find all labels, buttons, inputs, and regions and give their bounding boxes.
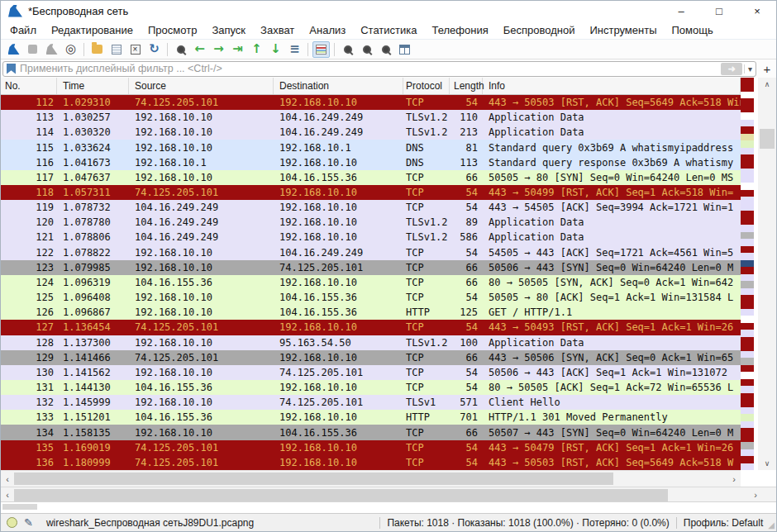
packet-row[interactable]: 1291.14146674.125.205.101192.168.10.10TC… — [1, 350, 741, 365]
minimap-stripe — [741, 456, 754, 463]
hscroll-thumb[interactable] — [14, 473, 613, 485]
packet-row[interactable]: 1241.096319104.16.155.36192.168.10.10TCP… — [1, 275, 741, 290]
vscroll-up-arrow[interactable]: ∧ — [758, 80, 776, 88]
maximize-button[interactable]: □ — [700, 1, 738, 21]
packet-row[interactable]: 1351.16901974.125.205.101192.168.10.10TC… — [1, 440, 741, 455]
packet-row[interactable]: 1251.096408192.168.10.10104.16.155.36TCP… — [1, 290, 741, 305]
packet-row[interactable]: 1151.033624192.168.10.10192.168.10.1DNS8… — [1, 140, 741, 154]
restart-capture-icon[interactable] — [43, 41, 60, 58]
packet-row[interactable]: 1301.141562192.168.10.1074.125.205.101TC… — [1, 365, 741, 380]
packet-row[interactable]: 1261.096867192.168.10.10104.16.155.36HTT… — [1, 305, 741, 320]
menu-item-2[interactable]: Просмотр — [141, 22, 204, 38]
cell-source: 104.16.155.36 — [129, 382, 274, 393]
packet-row[interactable]: 1231.079985192.168.10.1074.125.205.101TC… — [1, 260, 741, 275]
packet-row[interactable]: 1281.137300192.168.10.1095.163.54.50TLSv… — [1, 335, 741, 350]
packet-row[interactable]: 1331.151201104.16.155.36192.168.10.10HTT… — [1, 410, 741, 425]
zoom-reset-icon[interactable] — [377, 41, 394, 58]
next-packet-icon[interactable]: → — [210, 41, 227, 58]
cell-source: 74.125.205.101 — [129, 321, 274, 333]
hscroll-left-arrow[interactable]: ‹ — [1, 471, 14, 487]
vscroll-thumb[interactable] — [760, 129, 775, 149]
close-button[interactable]: × — [738, 1, 776, 21]
menu-item-6[interactable]: Статистика — [353, 22, 424, 38]
save-file-icon[interactable] — [107, 41, 125, 58]
stop-capture-icon[interactable] — [24, 41, 41, 58]
find-packet-icon[interactable] — [172, 41, 189, 58]
packet-row[interactable]: 1161.041673192.168.10.1192.168.10.10DNS1… — [1, 155, 741, 170]
bookmark-icon[interactable] — [7, 64, 16, 74]
packet-row[interactable]: 1321.145999192.168.10.1074.125.205.101TL… — [1, 395, 741, 410]
menu-item-8[interactable]: Беспроводной — [496, 22, 583, 38]
menu-item-5[interactable]: Анализ — [302, 22, 353, 38]
capture-comment-icon[interactable]: ✎ — [24, 516, 33, 529]
colorize-icon[interactable] — [312, 41, 330, 58]
cell-destination: 192.168.10.10 — [274, 216, 403, 228]
column-header-time[interactable]: Time — [57, 78, 129, 94]
menu-item-10[interactable]: Помощь — [665, 22, 721, 38]
reload-icon[interactable]: ↻ — [145, 41, 163, 58]
lower-hscroll-right-arrow[interactable]: › — [749, 487, 762, 501]
cell-length: 66 — [450, 277, 483, 288]
hscroll-right-arrow[interactable]: › — [727, 471, 741, 487]
apply-filter-button[interactable]: ➜ — [721, 63, 742, 75]
expert-info-icon[interactable] — [7, 517, 17, 528]
packet-row[interactable]: 1211.078806104.16.249.249192.168.10.10TL… — [1, 230, 741, 245]
packet-row[interactable]: 1271.13645474.125.205.101192.168.10.10TC… — [1, 320, 741, 335]
first-packet-icon[interactable]: ↑ — [248, 41, 265, 58]
resize-grip[interactable]: ◢ — [768, 520, 775, 530]
minimize-button[interactable]: – — [662, 1, 700, 21]
pane-handle[interactable] — [2, 504, 37, 510]
vscroll-down-arrow[interactable]: ∨ — [758, 459, 776, 468]
lower-hscrollbar[interactable]: ‹ › — [1, 487, 776, 501]
zoom-in-icon[interactable]: + — [339, 41, 356, 58]
packet-list-vscrollbar[interactable]: ∧ ∨ — [758, 78, 776, 470]
column-header-source[interactable]: Source — [129, 78, 274, 94]
column-header-destination[interactable]: Destination — [274, 78, 403, 94]
close-file-icon[interactable]: × — [126, 41, 144, 58]
profile-label[interactable]: Профиль: Default — [684, 517, 764, 529]
cell-info: 443 → 50493 [RST, ACK] Seq=1 Ack=1 Win=2… — [483, 321, 741, 333]
column-header-info[interactable]: Info — [483, 78, 741, 94]
packet-row[interactable]: 1311.144130104.16.155.36192.168.10.10TCP… — [1, 380, 741, 395]
previous-packet-icon[interactable]: ← — [191, 41, 208, 58]
resize-columns-icon[interactable] — [396, 41, 413, 58]
packet-row[interactable]: 1121.02931074.125.205.101192.168.10.10TC… — [1, 95, 741, 110]
goto-packet-icon[interactable]: ⇥ — [229, 41, 246, 58]
lower-hscroll-thumb[interactable] — [14, 489, 668, 501]
menu-item-4[interactable]: Захват — [253, 22, 302, 38]
display-filter-input[interactable] — [20, 63, 721, 74]
menu-item-1[interactable]: Редактирование — [44, 22, 141, 38]
packet-row[interactable]: 1181.05731174.125.205.101192.168.10.10TC… — [1, 185, 741, 200]
packet-row[interactable]: 1141.030320192.168.10.10104.16.249.249TL… — [1, 125, 741, 140]
column-header-no[interactable]: No. — [1, 78, 57, 94]
packet-row[interactable]: 1131.030257192.168.10.10104.16.249.249TL… — [1, 110, 741, 125]
packet-row[interactable]: 1191.078732104.16.249.249192.168.10.10TC… — [1, 200, 741, 215]
packet-row[interactable]: 1171.047637192.168.10.10104.16.155.36TCP… — [1, 170, 741, 185]
add-filter-button[interactable]: + — [760, 62, 775, 76]
menu-item-0[interactable]: Файл — [2, 22, 44, 38]
column-header-protocol[interactable]: Protocol — [403, 78, 450, 94]
packet-list-hscrollbar[interactable]: ‹ › — [1, 470, 741, 487]
packet-row[interactable]: 1201.078780104.16.249.249192.168.10.10TL… — [1, 215, 741, 230]
packet-list-minimap[interactable] — [741, 78, 754, 470]
start-capture-icon[interactable] — [5, 41, 22, 58]
autoscroll-icon[interactable]: ≡ — [286, 41, 303, 58]
cell-length: 54 — [450, 202, 483, 213]
cell-time: 1.169019 — [57, 442, 129, 454]
zoom-out-icon[interactable]: − — [358, 41, 375, 58]
lower-hscroll-left-arrow[interactable]: ‹ — [1, 487, 14, 501]
cell-length: 81 — [450, 142, 483, 154]
capture-options-icon[interactable]: ◎ — [62, 41, 79, 58]
open-file-icon[interactable] — [88, 41, 106, 58]
packet-row[interactable]: 1361.18099974.125.205.101192.168.10.10TC… — [1, 455, 741, 470]
minimap-stripe — [741, 386, 754, 392]
packet-row[interactable]: 1221.078822192.168.10.10104.16.249.249TC… — [1, 245, 741, 260]
menu-item-9[interactable]: Инструменты — [582, 22, 664, 38]
menu-item-7[interactable]: Телефония — [424, 22, 495, 38]
last-packet-icon[interactable]: ↓ — [267, 41, 284, 58]
display-filter-field[interactable]: ➜ ▾ — [2, 61, 756, 77]
filter-dropdown-caret[interactable]: ▾ — [744, 64, 756, 74]
column-header-length[interactable]: Length — [450, 78, 483, 94]
menu-item-3[interactable]: Запуск — [204, 22, 253, 38]
packet-row[interactable]: 1341.158135192.168.10.10104.16.155.36TCP… — [1, 425, 741, 439]
